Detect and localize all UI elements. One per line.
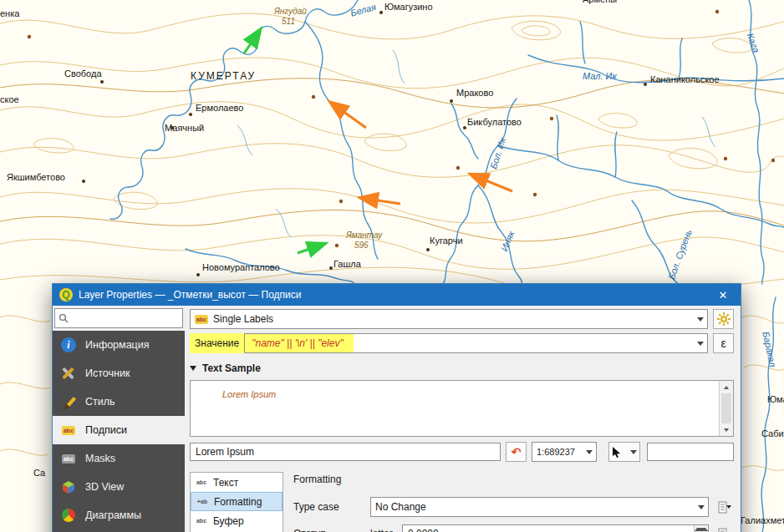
automated-placement-button[interactable] <box>713 309 734 329</box>
properties-sidebar: i Информация Источник Стиль <box>53 331 185 532</box>
map-label: Юмагузино <box>384 2 433 12</box>
letter-spacing-spinner[interactable]: 0,0000 <box>402 524 709 532</box>
cube-3d-icon <box>59 478 78 496</box>
gear-icon <box>717 312 731 326</box>
tools-icon <box>59 364 78 383</box>
collapse-triangle-icon <box>190 366 196 371</box>
sidebar-item-label: Подписи <box>85 424 127 436</box>
expression-builder-button[interactable]: ε <box>713 333 734 353</box>
abc-icon: abc <box>194 479 209 485</box>
tab-text[interactable]: abc Текст <box>191 473 283 492</box>
sidebar-item-masks[interactable]: abc Masks <box>53 444 185 473</box>
paintbrush-icon <box>59 393 78 411</box>
map-label: 511 <box>282 17 295 26</box>
type-case-select[interactable]: No Change <box>370 497 709 517</box>
green-arrow <box>298 244 324 253</box>
elevation-point-dots <box>28 10 775 247</box>
data-defined-override-button[interactable] <box>715 499 734 515</box>
chevron-down-icon <box>583 443 596 461</box>
sidebar-item-label: Источник <box>85 367 130 379</box>
sidebar-item-source[interactable]: Источник <box>53 359 185 388</box>
sidebar-item-label: 3D View <box>85 481 124 493</box>
search-box[interactable] <box>54 308 183 328</box>
scale-value: 1:689237 <box>537 447 575 457</box>
label-settings-tabs: abc Текст +ab Formatting abc Буфер abc M… <box>190 472 283 532</box>
preview-scale-select[interactable]: 1:689237 <box>532 442 597 462</box>
pie-chart-icon <box>59 506 78 524</box>
cursor-icon <box>612 447 621 458</box>
type-case-value: No Change <box>375 501 426 513</box>
spinner-buttons[interactable] <box>694 525 708 532</box>
map-label: Кананикольское <box>650 74 720 84</box>
sample-text-input[interactable]: Lorem Ipsum <box>190 443 501 461</box>
tab-label: Текст <box>213 477 238 489</box>
abc-icon: abc <box>194 518 209 524</box>
sidebar-item-3d-view[interactable]: 3D View <box>53 473 185 501</box>
sidebar-item-label: Стиль <box>85 396 115 408</box>
label-expression-select[interactable]: "name" || '\n' || "elev" <box>244 333 708 353</box>
spin-up-icon[interactable] <box>695 525 708 532</box>
reset-sample-button[interactable]: ↶ <box>506 442 527 462</box>
sidebar-item-label: Диаграммы <box>85 509 141 521</box>
map-label: ское <box>0 94 19 104</box>
info-icon: i <box>59 336 78 354</box>
chevron-down-icon <box>694 334 707 352</box>
letter-spacing-value: 0,0000 <box>403 525 694 532</box>
sidebar-item-label: Информация <box>85 339 150 351</box>
epsilon-icon: ε <box>720 337 725 350</box>
masks-abc-icon: abc <box>59 449 78 468</box>
map-label: Новомурапталово <box>202 262 280 272</box>
scroll-down-icon[interactable] <box>720 423 733 436</box>
map-label: Кугарчи <box>430 236 463 246</box>
map-label: Мраково <box>456 88 493 98</box>
text-sample-title: Text Sample <box>202 362 261 374</box>
map-label: Галиахметово <box>741 515 784 525</box>
map-label: Ямантау <box>346 231 382 240</box>
labels-abc-icon: abc <box>59 421 78 439</box>
value-label: Значение <box>190 333 244 353</box>
type-case-label: Type case <box>293 501 370 513</box>
text-sample-preview: Lorem Ipsum <box>190 380 734 437</box>
formatting-panel-title: Formatting <box>293 474 734 485</box>
tab-formatting[interactable]: +ab Formatting <box>191 492 283 511</box>
map-label: 596 <box>354 241 369 250</box>
sidebar-item-labels[interactable]: abc Подписи <box>53 416 185 444</box>
map-label: Янгудай <box>274 7 307 16</box>
sidebar-item-style[interactable]: Стиль <box>53 388 185 416</box>
sample-preview-text: Lorem Ipsum <box>191 381 719 436</box>
scrollbar-thumb[interactable] <box>721 393 731 423</box>
data-defined-override-button[interactable] <box>715 525 734 532</box>
set-scale-from-canvas-button[interactable] <box>608 442 640 462</box>
layer-properties-dialog: Q Layer Properties — _Отметки_высот — По… <box>52 283 741 532</box>
map-label: Юма <box>767 394 784 404</box>
chevron-down-icon <box>694 310 707 328</box>
scroll-up-icon[interactable] <box>720 381 733 393</box>
data-defined-override-icon <box>718 501 731 514</box>
map-label: Саби <box>761 428 784 438</box>
tab-label: Formatting <box>214 496 262 508</box>
orange-arrow <box>471 175 512 191</box>
sidebar-item-information[interactable]: i Информация <box>53 331 185 359</box>
orange-arrow <box>331 103 366 128</box>
formatting-icon: +ab <box>195 499 210 504</box>
sidebar-item-diagrams[interactable]: Диаграммы <box>53 501 185 529</box>
search-input[interactable] <box>72 312 179 325</box>
chevron-down-icon <box>630 450 637 454</box>
map-label: енка <box>0 8 19 18</box>
map-label: Гашла <box>333 259 361 269</box>
preview-background-field[interactable] <box>647 443 734 461</box>
sample-text-value: Lorem Ipsum <box>196 446 254 458</box>
single-labels-icon: abc <box>195 315 208 324</box>
tab-label: Буфер <box>213 515 244 527</box>
expression-text: "name" || '\n' || "elev" <box>245 334 353 352</box>
labeling-mode-select[interactable]: abc Single Labels <box>190 309 708 329</box>
preview-scrollbar[interactable] <box>719 381 733 436</box>
map-label: Са <box>33 468 45 478</box>
formatting-panel: Formatting Type case No Change <box>283 472 734 532</box>
text-sample-collapser[interactable]: Text Sample <box>190 362 734 375</box>
map-label: Бикбулатово <box>467 117 522 127</box>
close-button[interactable]: ✕ <box>709 289 737 301</box>
dialog-title: Layer Properties — _Отметки_высот — Подп… <box>79 289 703 301</box>
dialog-titlebar[interactable]: Q Layer Properties — _Отметки_высот — По… <box>53 284 741 306</box>
tab-buffer[interactable]: abc Буфер <box>191 511 283 530</box>
